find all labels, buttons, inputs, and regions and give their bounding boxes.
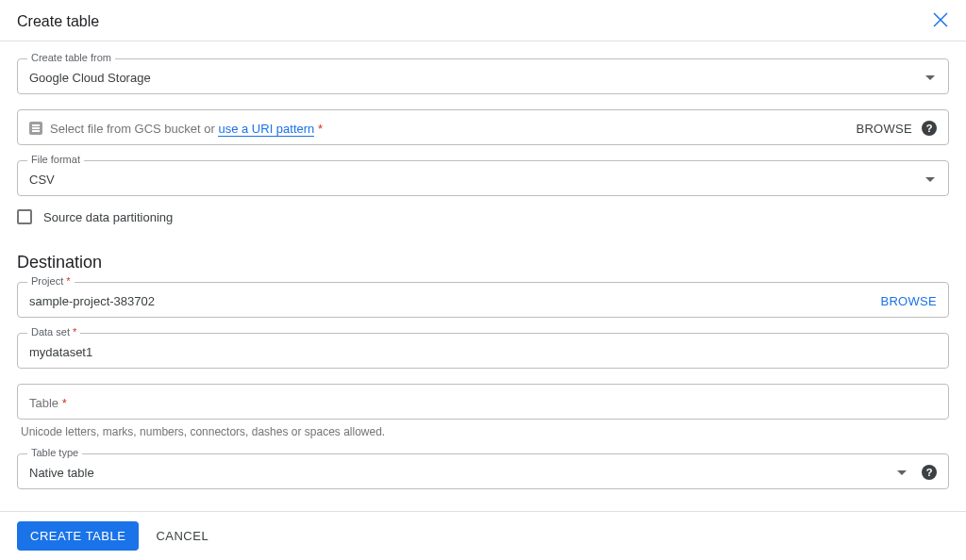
help-icon[interactable]: ? <box>922 465 937 480</box>
help-icon[interactable]: ? <box>922 121 937 136</box>
cancel-button[interactable]: CANCEL <box>156 529 208 543</box>
file-format-value: CSV <box>29 173 918 187</box>
gcs-browse-button[interactable]: BROWSE <box>856 122 912 136</box>
close-icon[interactable] <box>928 9 953 33</box>
table-helper-text: Unicode letters, marks, numbers, connect… <box>21 425 949 438</box>
project-browse-button[interactable]: BROWSE <box>880 294 937 308</box>
checkbox-icon <box>17 209 32 224</box>
x-icon <box>932 11 949 28</box>
dialog-content: Create table from Google Cloud Storage S… <box>0 41 966 524</box>
table-type-value: Native table <box>29 466 880 480</box>
dataset-value: mydataset1 <box>29 345 937 359</box>
file-icon <box>29 122 42 135</box>
dialog-header: Create table <box>0 0 966 41</box>
chevron-down-icon <box>925 75 935 80</box>
create-table-from-value: Google Cloud Storage <box>29 71 918 85</box>
table-type-label: Table type <box>27 447 82 458</box>
source-partitioning-label: Source data partitioning <box>43 210 173 224</box>
dialog-footer: CREATE TABLE CANCEL <box>0 511 966 560</box>
chevron-down-icon <box>897 470 907 475</box>
project-value: sample-project-383702 <box>29 294 880 308</box>
create-table-button[interactable]: CREATE TABLE <box>17 521 139 551</box>
gcs-file-input[interactable]: Select file from GCS bucket or use a URI… <box>17 109 949 145</box>
project-input[interactable]: Project * sample-project-383702 BROWSE <box>17 282 949 318</box>
dataset-label: Data set * <box>27 326 80 338</box>
table-type-select[interactable]: Table type Native table ? <box>17 453 949 489</box>
dataset-input[interactable]: Data set * mydataset1 <box>17 333 949 369</box>
create-table-from-select[interactable]: Create table from Google Cloud Storage <box>17 58 949 94</box>
uri-pattern-link[interactable]: use a URI pattern <box>218 122 314 137</box>
file-format-label: File format <box>27 154 84 165</box>
source-partitioning-checkbox[interactable]: Source data partitioning <box>17 209 949 224</box>
file-format-select[interactable]: File format CSV <box>17 160 949 196</box>
create-table-from-label: Create table from <box>27 52 115 63</box>
gcs-file-placeholder: Select file from GCS bucket or use a URI… <box>50 122 856 136</box>
chevron-down-icon <box>925 177 935 182</box>
table-input[interactable]: Table * <box>17 384 949 420</box>
dialog-title: Create table <box>17 13 99 30</box>
destination-section-title: Destination <box>17 253 949 272</box>
project-label: Project * <box>27 275 75 287</box>
table-placeholder: Table * <box>29 396 937 410</box>
